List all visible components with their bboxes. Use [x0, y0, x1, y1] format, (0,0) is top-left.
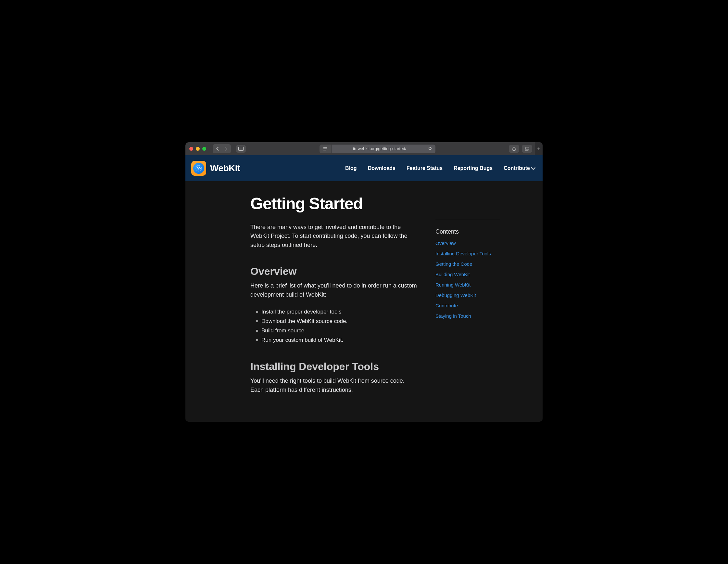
nav-link-contribute-label: Contribute: [504, 165, 530, 171]
nav-link-reporting-bugs[interactable]: Reporting Bugs: [454, 165, 493, 171]
page-title: Getting Started: [250, 194, 419, 213]
minimize-window-button[interactable]: [196, 147, 200, 151]
page-content: Getting Started There are many ways to g…: [185, 181, 543, 422]
main-column: Getting Started There are many ways to g…: [250, 194, 419, 403]
reader-view-button[interactable]: [320, 144, 331, 153]
maximize-window-button[interactable]: [202, 147, 206, 151]
close-window-button[interactable]: [189, 147, 193, 151]
svg-rect-5: [353, 148, 355, 150]
nav-link-blog[interactable]: Blog: [345, 165, 357, 171]
sidebar-toggle-button[interactable]: [236, 145, 246, 153]
toc-link-staying-in-touch[interactable]: Staying in Touch: [435, 313, 500, 319]
overview-steps-list: Install the proper developer tools Downl…: [250, 307, 419, 345]
toc-link-contribute[interactable]: Contribute: [435, 303, 500, 308]
new-tab-button[interactable]: [535, 142, 543, 155]
installing-heading: Installing Developer Tools: [250, 361, 419, 373]
nav-link-contribute[interactable]: Contribute: [504, 165, 535, 171]
toc-link-running-webkit[interactable]: Running WebKit: [435, 282, 500, 288]
url-text: webkit.org/getting-started/: [358, 146, 407, 151]
overview-text: Here is a brief list of what you'll need…: [250, 281, 419, 300]
tabs-overview-button[interactable]: [522, 145, 532, 153]
browser-window: webkit.org/getting-started/: [185, 142, 543, 422]
nav-back-forward: [213, 144, 231, 153]
forward-button[interactable]: [222, 145, 230, 152]
brand-logo[interactable]: WebKit: [191, 161, 240, 176]
toc-divider: [435, 219, 500, 219]
toc-link-building-webkit[interactable]: Building WebKit: [435, 271, 500, 277]
reload-icon[interactable]: [428, 146, 432, 151]
svg-point-9: [196, 165, 202, 171]
list-item: Run your custom build of WebKit.: [256, 336, 419, 345]
list-item: Download the WebKit source code.: [256, 317, 419, 326]
toc-link-installing-developer-tools[interactable]: Installing Developer Tools: [435, 251, 500, 256]
list-item: Build from source.: [256, 326, 419, 336]
site-navigation: WebKit Blog Downloads Feature Status Rep…: [185, 155, 543, 181]
svg-rect-6: [526, 147, 529, 150]
svg-rect-0: [239, 147, 244, 150]
toc-list: Overview Installing Developer Tools Gett…: [435, 240, 500, 319]
intro-paragraph: There are many ways to get involved and …: [250, 223, 419, 250]
nav-link-downloads[interactable]: Downloads: [368, 165, 395, 171]
webkit-logo-icon: [191, 161, 206, 176]
address-bar[interactable]: webkit.org/getting-started/: [332, 144, 435, 153]
toolbar-right: [509, 145, 539, 153]
share-button[interactable]: [509, 145, 519, 153]
toc-link-overview[interactable]: Overview: [435, 240, 500, 246]
toc-link-getting-the-code[interactable]: Getting the Code: [435, 261, 500, 267]
nav-links: Blog Downloads Feature Status Reporting …: [345, 165, 535, 171]
brand-name: WebKit: [210, 163, 240, 173]
toc-title: Contents: [435, 228, 500, 235]
chevron-down-icon: [531, 165, 535, 170]
installing-text: You'll need the right tools to build Web…: [250, 377, 419, 395]
overview-heading: Overview: [250, 265, 419, 277]
nav-link-feature-status[interactable]: Feature Status: [407, 165, 443, 171]
lock-icon: [353, 146, 356, 151]
address-bar-container: webkit.org/getting-started/: [255, 144, 500, 153]
list-item: Install the proper developer tools: [256, 307, 419, 317]
table-of-contents: Contents Overview Installing Developer T…: [435, 219, 500, 403]
browser-titlebar: webkit.org/getting-started/: [185, 142, 543, 155]
toc-link-debugging-webkit[interactable]: Debugging WebKit: [435, 293, 500, 298]
back-button[interactable]: [214, 145, 221, 152]
traffic-lights: [189, 147, 206, 151]
